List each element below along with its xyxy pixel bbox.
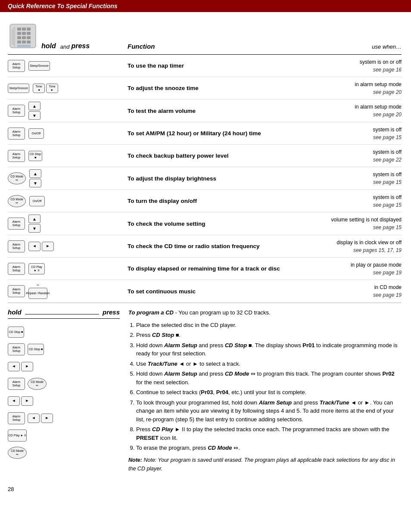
program-intro: - You can program up to 32 CD tracks. bbox=[175, 309, 271, 316]
prog-step-2: Press CD Stop ■. bbox=[136, 331, 402, 339]
svg-rect-4 bbox=[17, 28, 21, 31]
row-battery-level: AlarmSetup CD Stop■ To check backup batt… bbox=[8, 145, 402, 167]
desc-display-onoff: To turn the display on/off bbox=[124, 198, 307, 204]
btn-onoff-7[interactable]: On/Off bbox=[29, 196, 45, 206]
when-cd-time-radio: display is in clock view or off see page… bbox=[307, 239, 402, 254]
desc-elapsed-time: To display elapsed or remaining time for… bbox=[124, 265, 307, 272]
prog-btn-tt-left[interactable]: ◄ bbox=[8, 362, 20, 371]
prog-btn-cd-stop-3[interactable]: CD Stop ■ bbox=[28, 344, 44, 355]
btn-cd-stop-5[interactable]: CD Stop■ bbox=[28, 151, 42, 161]
buttons-display-onoff: CD Mode⇔ On/Off bbox=[8, 195, 124, 207]
btn-sleep-snooze-1[interactable]: Sleep/Snooze bbox=[28, 61, 50, 71]
when-nap-timer: system is on or off see page 16 bbox=[307, 58, 402, 74]
prog-btn-cd-mode-9[interactable]: CD Mode⇔ bbox=[8, 447, 27, 459]
btn-repeat-11[interactable]: Repeat / Random bbox=[28, 288, 47, 299]
btn-cd-play-10[interactable]: CD Play► II bbox=[28, 263, 45, 274]
prog-btn-tt-right-7[interactable]: ► bbox=[41, 414, 53, 423]
btn-bright-up[interactable]: ▲ bbox=[29, 169, 41, 178]
desc-battery-level: To check backup battery power level bbox=[124, 152, 307, 159]
buttons-alarm-volume: AlarmSetup ▲ ▼ bbox=[8, 102, 124, 120]
program-note: Note: Note: Your program is saved until … bbox=[128, 456, 402, 473]
svg-rect-11 bbox=[22, 36, 26, 39]
col-hold-press-header: hold and press bbox=[8, 20, 124, 52]
btn-time-right[interactable]: Time► bbox=[46, 84, 58, 93]
btn-alarm-setup-1[interactable]: AlarmSetup bbox=[8, 60, 25, 72]
btn-vol-up-3[interactable]: ▲ bbox=[28, 102, 40, 110]
btn-alarm-setup-11[interactable]: AlarmSetup bbox=[8, 285, 25, 297]
prog-step-6: Continue to select tracks (Pr03, Pr04, e… bbox=[136, 388, 402, 397]
btn-alarm-setup-8[interactable]: AlarmSetup bbox=[8, 218, 25, 230]
prog-btn-alarm-setup-3[interactable]: AlarmSetup bbox=[8, 343, 25, 355]
row-continuous-music: AlarmSetup or Repeat / Random To set con… bbox=[8, 280, 402, 302]
buttons-nap-timer: AlarmSetup Sleep/Snooze bbox=[8, 60, 124, 72]
prog-btn-tt-right-6[interactable]: ► bbox=[21, 396, 33, 406]
svg-rect-6 bbox=[27, 28, 31, 31]
prog-btn-alarm-setup-7[interactable]: AlarmSetup bbox=[8, 412, 25, 424]
desc-cd-time-radio: To check the CD time or radio station fr… bbox=[124, 243, 307, 249]
prog-step-4-btns: ◄ ► bbox=[8, 359, 120, 374]
program-layout: hold press CD Stop ■ AlarmSetup CD Stop … bbox=[8, 308, 402, 473]
when-battery: system is off see page 22 bbox=[307, 148, 402, 164]
prog-step-3: Hold down Alarm Setup and press CD Stop … bbox=[136, 341, 402, 358]
prog-step-3-btns: AlarmSetup CD Stop ■ bbox=[8, 342, 120, 357]
btn-cd-mode-6[interactable]: CD Mode⇔ bbox=[8, 172, 26, 184]
prog-step-4: Use Track/Tune ◄ or ► to select a track. bbox=[136, 360, 402, 368]
col-function-header: Function bbox=[124, 20, 307, 52]
svg-rect-10 bbox=[17, 36, 21, 39]
svg-rect-15 bbox=[27, 40, 31, 44]
svg-rect-5 bbox=[22, 28, 26, 31]
prog-btn-tt-left-7[interactable]: ◄ bbox=[28, 414, 40, 423]
program-press-label: press bbox=[103, 308, 120, 316]
prog-tt-group-7: ◄ ► bbox=[28, 414, 53, 423]
btn-alarm-setup-9[interactable]: AlarmSetup bbox=[8, 240, 25, 252]
row-display-brightness: CD Mode⇔ ▲ ▼ To adjust the display brigh… bbox=[8, 167, 402, 190]
prog-btn-alarm-setup-5[interactable]: AlarmSetup bbox=[8, 378, 25, 390]
btn-bright-down[interactable]: ▼ bbox=[29, 179, 41, 187]
btn-cd-mode-7[interactable]: CD Mode⇔ bbox=[8, 195, 26, 207]
buttons-cd-time-radio: AlarmSetup ◄ ► bbox=[8, 240, 124, 252]
header-bar: Quick Reference To Special Functions bbox=[0, 0, 411, 12]
program-hold-label: hold bbox=[8, 308, 22, 316]
program-buttons-col: hold press CD Stop ■ AlarmSetup CD Stop … bbox=[8, 308, 124, 460]
col-use-when-header: use when… bbox=[307, 20, 402, 52]
btn-alarm-setup-10[interactable]: AlarmSetup bbox=[8, 263, 25, 275]
btn-bright-group: ▲ ▼ bbox=[29, 169, 41, 187]
btn-track-tune-right-9[interactable]: ► bbox=[42, 242, 54, 251]
prog-btn-cd-play-8[interactable]: CD Play ► II bbox=[8, 429, 27, 442]
btn-track-tune-left-9[interactable]: ◄ bbox=[28, 242, 40, 251]
btn-alarm-setup-5[interactable]: AlarmSetup bbox=[8, 150, 25, 162]
prog-btn-tt-right[interactable]: ► bbox=[21, 362, 33, 371]
buttons-snooze-time: Sleep/Snooze Time◄ Time► bbox=[8, 84, 124, 93]
program-title: To program a CD bbox=[128, 309, 174, 316]
btn-onoff-4[interactable]: On/Off bbox=[28, 128, 44, 139]
prog-btn-tt-left-6[interactable]: ◄ bbox=[8, 396, 20, 406]
prog-step-7: To look through your programmed list, ho… bbox=[136, 398, 402, 424]
btn-vol-setting-up[interactable]: ▲ bbox=[28, 215, 40, 223]
prog-btn-cd-stop-2[interactable]: CD Stop ■ bbox=[8, 327, 24, 338]
btn-vol-setting-down[interactable]: ▼ bbox=[28, 224, 40, 233]
desc-snooze-time: To adjust the snooze time bbox=[124, 85, 307, 91]
device-graphic bbox=[8, 20, 38, 50]
btn-vol-group: ▲ ▼ bbox=[28, 102, 40, 120]
when-volume-setting: volume setting is not displayed see page… bbox=[307, 216, 402, 231]
buttons-elapsed-time: AlarmSetup CD Play► II bbox=[8, 263, 124, 275]
prog-tt-group: ◄ ► bbox=[8, 362, 33, 371]
btn-alarm-setup-4[interactable]: AlarmSetup bbox=[8, 128, 25, 140]
use-when-col-label: use when… bbox=[372, 44, 402, 50]
program-hold-press-header: hold press bbox=[8, 308, 120, 319]
btn-track-tune-group: ◄ ► bbox=[28, 242, 54, 251]
row-nap-timer: AlarmSetup Sleep/Snooze To use the nap t… bbox=[8, 55, 402, 77]
prog-btn-cd-mode-5[interactable]: CD Mode⇔ bbox=[28, 378, 47, 390]
buttons-brightness: CD Mode⇔ ▲ ▼ bbox=[8, 169, 124, 187]
row-volume-setting: AlarmSetup ▲ ▼ To check the volume setti… bbox=[8, 212, 402, 235]
btn-alarm-setup-3[interactable]: AlarmSetup bbox=[8, 105, 25, 117]
row-elapsed-time: AlarmSetup CD Play► II To display elapse… bbox=[8, 258, 402, 280]
prog-step-2-btns: CD Stop ■ bbox=[8, 325, 120, 339]
btn-vol-down-3[interactable]: ▼ bbox=[28, 111, 40, 120]
desc-continuous-music: To set continuous music bbox=[124, 288, 307, 295]
prog-step-8: Press CD Play ► II to play the selected … bbox=[136, 425, 402, 442]
btn-sleep-snooze-2[interactable]: Sleep/Snooze bbox=[8, 84, 29, 93]
prog-step-7-btns: AlarmSetup ◄ ► bbox=[8, 411, 120, 426]
header-title: Quick Reference To Special Functions bbox=[8, 3, 118, 9]
btn-time-left[interactable]: Time◄ bbox=[33, 84, 45, 93]
